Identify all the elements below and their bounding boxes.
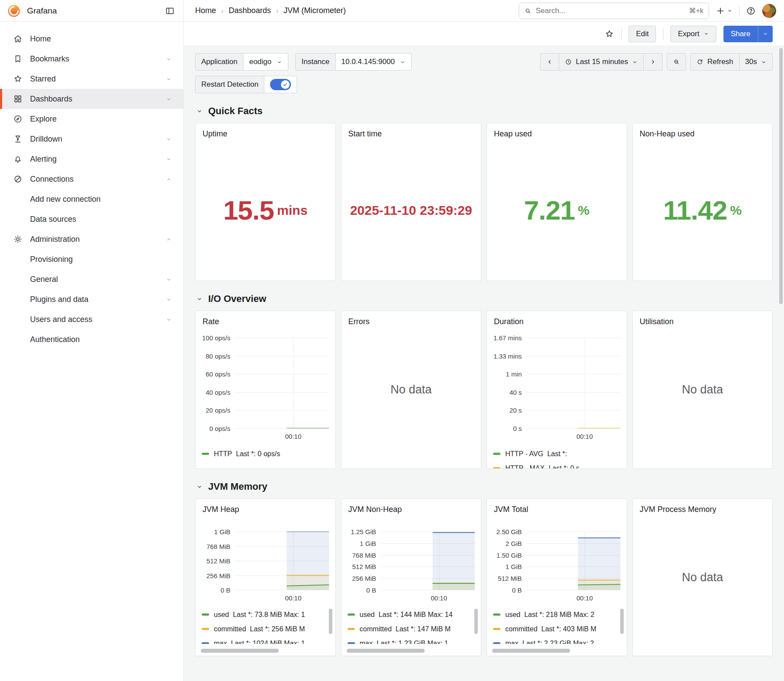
plot-area[interactable]: 00:10 — [235, 532, 329, 590]
application-label: Application — [195, 53, 243, 71]
legend-row[interactable]: maxLast *: 1.23 GiB Max: 1 — [348, 636, 470, 644]
no-data-message: No data — [633, 499, 773, 656]
search-box[interactable]: ⌘+k — [519, 3, 709, 19]
export-button[interactable]: Export — [670, 26, 716, 42]
application-variable[interactable]: Application eodigo — [195, 53, 288, 71]
no-data-message: No data — [341, 311, 481, 468]
panel-title[interactable]: JVM Total — [487, 499, 627, 514]
legend-row[interactable]: committedLast *: 256 MiB M — [202, 622, 324, 636]
legend-horizontal-scrollbar[interactable] — [201, 649, 279, 653]
instance-select[interactable]: 10.0.4.145:9000 — [336, 53, 412, 71]
chevron-right-icon — [649, 58, 656, 65]
sidebar-item-general[interactable]: General — [0, 269, 183, 289]
sidebar-item-users-and-access[interactable]: Users and access — [0, 309, 183, 329]
edit-button[interactable]: Edit — [629, 26, 656, 42]
legend-row[interactable]: HTTPLast *: 0 ops/s — [202, 447, 324, 461]
zoom-out-button[interactable] — [667, 53, 686, 71]
refresh-interval-select[interactable]: 30s — [740, 53, 773, 71]
plot-area[interactable]: 00:10 — [526, 338, 621, 428]
time-forward-button[interactable] — [644, 53, 662, 71]
search-input[interactable] — [536, 7, 685, 15]
breadcrumb-item[interactable]: Home — [195, 6, 216, 15]
y-axis-tick: 20 ops/s — [206, 407, 230, 414]
instance-variable[interactable]: Instance 10.0.4.145:9000 — [295, 53, 412, 71]
sidebar-item-home[interactable]: Home — [0, 29, 183, 49]
panel-title[interactable]: Rate — [196, 311, 335, 326]
legend-row[interactable]: usedLast *: 73.8 MiB Max: 1 — [202, 607, 324, 622]
panel-title[interactable]: Duration — [487, 311, 627, 326]
legend-series-swatch — [493, 642, 500, 644]
favorite-star-icon[interactable] — [605, 29, 614, 39]
sidebar-item-dashboards[interactable]: Dashboards — [0, 89, 183, 109]
panel-heap-used: Heap used7.21% — [487, 123, 627, 281]
legend-series-swatch — [202, 628, 209, 630]
legend-row[interactable]: HTTP - AVGLast *: — [493, 447, 615, 461]
breadcrumb-item[interactable]: Dashboards — [229, 6, 271, 15]
legend-row[interactable]: HTTP - MAXLast *: 0 s — [493, 461, 615, 469]
sidebar-item-administration[interactable]: Administration — [0, 229, 183, 249]
legend-row[interactable]: committedLast *: 403 MiB M — [493, 622, 615, 636]
help-icon[interactable] — [746, 6, 756, 16]
legend-horizontal-scrollbar[interactable] — [492, 649, 570, 653]
chevron-down-icon — [196, 108, 203, 115]
share-button[interactable]: Share — [723, 26, 758, 42]
plot-area[interactable]: 00:10 — [235, 338, 329, 428]
sidebar-item-add-new-connection[interactable]: Add new connection — [0, 189, 183, 209]
plot-area[interactable]: 00:10 — [381, 532, 475, 590]
restart-detection-toggle[interactable] — [270, 79, 291, 90]
panel-errors: ErrorsNo data — [341, 311, 482, 469]
time-back-button[interactable] — [540, 53, 559, 71]
plot-area[interactable]: 00:10 — [526, 532, 621, 590]
legend-row[interactable]: maxLast *: 1024 MiB Max: 1 — [202, 636, 324, 644]
restart-detection-variable[interactable]: Restart Detection — [195, 76, 297, 93]
share-options-caret[interactable] — [758, 26, 773, 42]
sidebar-item-explore[interactable]: Explore — [0, 109, 183, 129]
sidebar-item-drilldown[interactable]: Drilldown — [0, 129, 183, 149]
breadcrumb-item[interactable]: JVM (Micrometer) — [284, 6, 346, 15]
add-new-button[interactable] — [716, 6, 733, 16]
legend-row[interactable]: usedLast *: 144 MiB Max: 14 — [348, 607, 470, 622]
search-shortcut: ⌘+k — [689, 7, 703, 15]
panel-title[interactable]: JVM Heap — [196, 499, 335, 514]
legend-row[interactable]: maxLast *: 2.23 GiB Max: 2 — [493, 636, 615, 644]
sidebar-item-connections[interactable]: Connections — [0, 169, 183, 189]
legend-vertical-scrollbar[interactable] — [474, 609, 478, 634]
panel-title[interactable]: Uptime — [196, 123, 335, 139]
time-range-picker[interactable]: Last 15 minutes — [559, 53, 644, 71]
application-select[interactable]: eodigo — [243, 53, 288, 71]
section-header-quick-facts[interactable]: Quick Facts — [196, 105, 773, 117]
panel-title[interactable]: JVM Non-Heap — [341, 499, 481, 514]
section-header-jvm-memory[interactable]: JVM Memory — [196, 481, 773, 492]
sidebar-item-data-sources[interactable]: Data sources — [0, 209, 183, 229]
sidebar-item-starred[interactable]: Starred — [0, 69, 183, 89]
sidebar-item-label: Drilldown — [30, 135, 151, 144]
chevron-down-icon — [163, 317, 174, 322]
sidebar-item-plugins-and-data[interactable]: Plugins and data — [0, 289, 183, 309]
sidebar-item-bookmarks[interactable]: Bookmarks — [0, 49, 183, 69]
legend-row[interactable]: committedLast *: 147 MiB M — [348, 622, 470, 636]
legend-horizontal-scrollbar[interactable] — [347, 649, 425, 653]
legend-vertical-scrollbar[interactable] — [329, 609, 332, 634]
panel-title[interactable]: Non-Heap used — [633, 123, 773, 139]
section-title: JVM Memory — [208, 481, 267, 492]
legend-series-value: Last *: 256 MiB M — [250, 625, 305, 633]
legend-row[interactable]: usedLast *: 218 MiB Max: 2 — [493, 607, 615, 622]
section-header-i-o-overview[interactable]: I/O Overview — [196, 293, 773, 305]
legend-vertical-scrollbar[interactable] — [620, 609, 624, 634]
y-axis-tick: 80 ops/s — [206, 352, 230, 359]
stat-unit: % — [578, 203, 590, 218]
dock-sidebar-icon[interactable] — [165, 6, 175, 16]
page-scrollbar[interactable] — [779, 48, 783, 304]
user-avatar[interactable] — [762, 4, 776, 18]
sidebar-item-provisioning[interactable]: Provisioning — [0, 249, 183, 269]
sidebar-item-alerting[interactable]: Alerting — [0, 149, 183, 169]
sidebar-item-authentication[interactable]: Authentication — [0, 329, 183, 349]
stat-number: 15.5 — [223, 195, 274, 226]
section-title: Quick Facts — [208, 105, 263, 117]
sidebar-item-label: Authentication — [30, 335, 183, 344]
sidebar-item-label: Starred — [30, 75, 151, 84]
panel-title[interactable]: Heap used — [487, 123, 627, 139]
refresh-button[interactable]: Refresh — [690, 53, 740, 71]
y-axis-tick: 1 min — [506, 370, 522, 378]
panel-title[interactable]: Start time — [341, 123, 481, 139]
